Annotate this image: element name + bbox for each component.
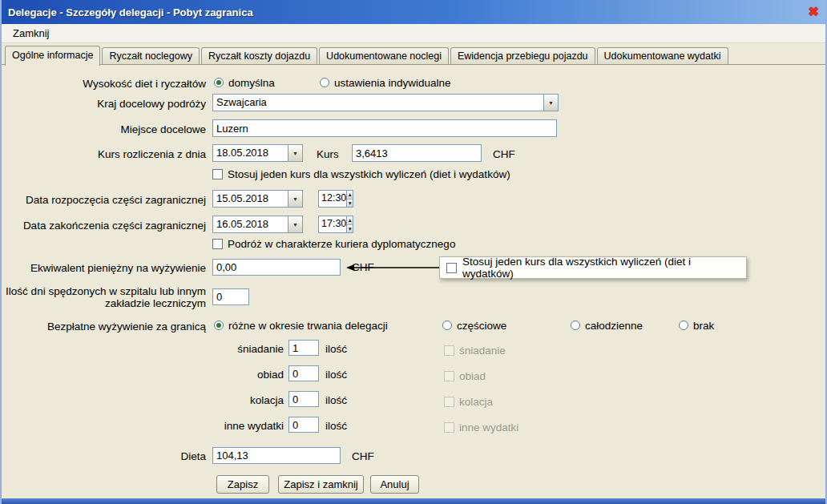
country-select[interactable]: Szwajcaria ▼ [212, 94, 559, 111]
end-time-value: 17:30 [319, 216, 346, 232]
menubar: Zamknij [2, 24, 825, 43]
meal-equivalent-input[interactable] [212, 259, 341, 276]
exchange-date-value: 18.05.2018 [213, 145, 288, 161]
breakfast-count-input[interactable] [288, 340, 319, 356]
meal-row-label: obiad [2, 369, 284, 381]
start-date-label: Data rozpoczęcia części zagranicznej [2, 194, 206, 207]
other-expenses-checkbox-row[interactable]: inne wydatki [444, 421, 518, 433]
radio-icon [442, 321, 452, 330]
dieta-input[interactable] [212, 447, 341, 464]
radio-individual-rates[interactable]: ustawienia indywidualne [320, 76, 451, 89]
start-time-spinner[interactable]: 12:30 ▲ ▼ [318, 190, 353, 208]
meal-row-label: kolacja [2, 394, 284, 407]
end-date-value: 16.05.2018 [213, 216, 288, 232]
kurs-label: Kurs [317, 148, 339, 161]
exchange-currency-label: CHF [493, 148, 515, 161]
radio-icon [320, 78, 329, 87]
exchange-date-select[interactable]: 18.05.2018 ▼ [212, 144, 303, 162]
unit-label: ilość [325, 394, 347, 407]
spin-up-icon[interactable]: ▲ [346, 191, 353, 199]
end-date-select[interactable]: 16.05.2018 ▼ [212, 216, 303, 233]
dinner-checkbox-label: kolacja [459, 396, 493, 408]
radio-varied-label: różne w okresie trwania delegacji [228, 320, 388, 332]
radio-free-meals-none[interactable]: brak [679, 319, 714, 332]
start-time-value: 12:30 [319, 191, 346, 207]
dinner-checkbox-row[interactable]: kolacja [444, 395, 493, 408]
pointer-arrow-icon [346, 262, 444, 273]
destination-input[interactable] [212, 119, 557, 137]
spin-down-icon[interactable]: ▼ [346, 224, 353, 233]
radio-free-meals-partial[interactable]: częściowe [442, 319, 506, 332]
courier-label: Podróż w charakterze kuriera dyplomatycz… [228, 238, 455, 250]
tab-strip: Ogólne informacje Ryczałt noclegowy Rycz… [2, 43, 825, 64]
lunch-checkbox-label: obiad [459, 370, 486, 382]
start-date-select[interactable]: 15.05.2018 ▼ [212, 190, 303, 208]
rates-label: Wysokość diet i ryczałtów [2, 78, 206, 91]
delegation-dialog-window: Delegacje - Szczegóły delegacji - Pobyt … [0, 0, 827, 504]
dinner-count-input[interactable] [288, 391, 319, 407]
window-bottom-border [2, 498, 825, 504]
menu-item-zamknij[interactable]: Zamknij [8, 26, 54, 41]
spinner-arrows: ▲ ▼ [346, 216, 353, 232]
single-rate-overlay: Stosuj jeden kurs dla wszystkich wylicze… [439, 256, 747, 279]
checkbox-icon[interactable] [212, 169, 223, 179]
breakfast-checkbox-row[interactable]: śniadanie [444, 344, 506, 357]
other-expenses-count-input[interactable] [288, 417, 319, 433]
tab-ewidencja-przebiegu-pojazdu[interactable]: Ewidencja przebiegu pojazdu [450, 47, 595, 64]
chevron-down-icon[interactable]: ▼ [288, 145, 302, 161]
radio-none-label: brak [693, 320, 714, 332]
start-date-value: 15.05.2018 [213, 191, 288, 207]
checkbox-icon[interactable] [212, 239, 223, 249]
end-time-spinner[interactable]: 17:30 ▲ ▼ [318, 216, 353, 233]
radio-icon [214, 78, 224, 87]
radio-default-rates[interactable]: domyślna [214, 76, 275, 89]
meal-row-label: śniadanie [2, 343, 284, 356]
overlay-label: Stosuj jeden kurs dla wszystkich wylicze… [462, 256, 740, 280]
courier-checkbox-row[interactable]: Podróż w charakterze kuriera dyplomatycz… [212, 237, 455, 250]
chevron-down-icon[interactable]: ▼ [288, 216, 302, 232]
exchange-date-label: Kurs rozliczenia z dnia [2, 148, 206, 161]
checkbox-icon[interactable] [446, 263, 457, 273]
lunch-count-input[interactable] [288, 365, 319, 381]
titlebar[interactable]: Delegacje - Szczegóły delegacji - Pobyt … [2, 0, 825, 24]
checkbox-icon [444, 422, 454, 433]
chevron-down-icon[interactable]: ▼ [543, 95, 558, 111]
checkbox-icon [444, 345, 454, 356]
exchange-rate-input[interactable] [352, 144, 482, 162]
tab-ogolne-informacje[interactable]: Ogólne informacje [5, 46, 100, 66]
unit-label: ilość [325, 369, 347, 381]
radio-fullday-label: całodzienne [585, 320, 643, 332]
country-value: Szwajcaria [213, 95, 543, 111]
radio-default-label: domyślna [228, 77, 275, 89]
spin-up-icon[interactable]: ▲ [346, 216, 353, 224]
tab-baseline [2, 64, 825, 65]
chevron-down-icon[interactable]: ▼ [288, 191, 302, 207]
meal-equivalent-label: Ekwiwalent pieniężny na wyżywienie [2, 262, 206, 275]
unit-label: ilość [325, 420, 347, 433]
tab-ryczalt-koszty-dojazdu[interactable]: Ryczałt koszty dojazdu [201, 47, 317, 64]
destination-label: Miejsce docelowe [2, 123, 206, 136]
spin-down-icon[interactable]: ▼ [346, 199, 353, 208]
hospital-days-input[interactable] [212, 288, 249, 305]
country-label: Kraj docelowy podróży [2, 98, 206, 111]
save-and-close-button[interactable]: Zapisz i zamknij [278, 475, 364, 494]
single-rate-checkbox-row[interactable]: Stosuj jeden kurs dla wszystkich wylicze… [212, 167, 510, 180]
radio-partial-label: częściowe [457, 320, 506, 332]
radio-free-meals-fullday[interactable]: całodzienne [571, 319, 643, 332]
window-title: Delegacje - Szczegóły delegacji - Pobyt … [8, 6, 809, 18]
checkbox-icon [444, 371, 454, 381]
tab-udokumentowane-noclegi[interactable]: Udokumentowane noclegi [319, 47, 449, 64]
meal-row-label: inne wydatki [2, 420, 284, 433]
close-icon[interactable]: ✖ [809, 6, 819, 18]
checkbox-icon [444, 397, 454, 407]
lunch-checkbox-row[interactable]: obiad [444, 369, 486, 382]
unit-label: ilość [325, 343, 347, 356]
tab-udokumentowane-wydatki[interactable]: Udokumentowane wydatki [597, 47, 728, 64]
single-rate-label: Stosuj jeden kurs dla wszystkich wylicze… [228, 168, 510, 180]
free-meals-label: Bezpłatne wyżywienie za granicą [2, 321, 206, 333]
tab-ryczalt-noclegowy[interactable]: Ryczałt noclegowy [102, 47, 200, 64]
radio-free-meals-varied[interactable]: różne w okresie trwania delegacji [214, 319, 388, 332]
save-button[interactable]: Zapisz [216, 475, 269, 494]
cancel-button[interactable]: Anuluj [370, 475, 419, 494]
radio-icon [571, 321, 580, 330]
